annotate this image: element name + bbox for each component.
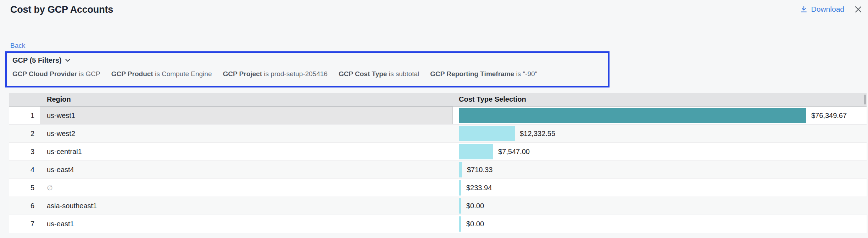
cost-value: $7,547.00 — [498, 148, 530, 156]
download-label: Download — [811, 5, 844, 13]
download-icon — [800, 5, 808, 13]
header-actions: Download — [800, 5, 862, 13]
table-row[interactable]: 2 us-west2 $12,332.55 — [9, 125, 867, 143]
cost-bar-cell: $0.00 — [453, 197, 867, 215]
filter-chip[interactable]: GCP Reporting Timeframe is "-90" — [430, 70, 537, 78]
filter-chip[interactable]: GCP Project is prod-setup-205416 — [223, 70, 327, 78]
table-row[interactable]: 6 asia-southeast1 $0.00 — [9, 197, 867, 215]
row-index: 4 — [9, 161, 40, 178]
cost-value: $12,332.55 — [520, 130, 555, 138]
table-row[interactable]: 4 us-east4 $710.33 — [9, 161, 867, 179]
cost-bar-cell: $7,547.00 — [453, 143, 867, 160]
filter-summary-label: GCP (5 Filters) — [12, 56, 62, 64]
filter-chip[interactable]: GCP Cloud Provider is GCP — [12, 70, 100, 78]
table-row[interactable]: 5 ∅ $233.94 — [9, 179, 867, 197]
row-index: 2 — [9, 125, 40, 142]
filter-chip-field: GCP Reporting Timeframe — [430, 70, 514, 78]
table-row[interactable]: 7 us-east1 $0.00 — [9, 215, 867, 233]
cost-bar[interactable] — [459, 162, 462, 177]
row-index: 5 — [9, 179, 40, 197]
filter-chip-condition: is "-90" — [516, 70, 537, 78]
cost-value: $76,349.67 — [811, 112, 847, 120]
cost-bar-cell: $710.33 — [453, 161, 867, 178]
filter-chip-condition: is prod-setup-205416 — [264, 70, 328, 78]
row-index: 6 — [9, 197, 40, 215]
chevron-down-icon — [65, 58, 71, 62]
close-button[interactable] — [854, 5, 862, 13]
row-index: 7 — [9, 215, 40, 233]
cost-value: $710.33 — [467, 166, 493, 174]
page-title: Cost by GCP Accounts — [10, 4, 113, 15]
cost-bar[interactable] — [459, 126, 515, 141]
cost-column-header[interactable]: Cost Type Selection — [453, 93, 867, 106]
cost-bar-cell: $76,349.67 — [453, 107, 867, 124]
cost-value: $0.00 — [466, 220, 484, 228]
row-index: 1 — [9, 107, 40, 124]
filter-chip-condition: is GCP — [79, 70, 100, 78]
cost-bar-cell: $12,332.55 — [453, 125, 867, 142]
cost-table: Region Cost Type Selection 1 us-west1 $7… — [9, 93, 867, 233]
download-button[interactable]: Download — [800, 5, 844, 13]
region-cell[interactable]: us-east1 — [40, 215, 453, 233]
region-cell[interactable]: us-west2 — [40, 125, 453, 142]
back-link[interactable]: Back — [10, 42, 25, 50]
cost-bar[interactable] — [459, 198, 461, 214]
cost-value: $233.94 — [466, 184, 492, 192]
filter-chip-field: GCP Cost Type — [339, 70, 387, 78]
row-index: 3 — [9, 143, 40, 160]
region-cell[interactable]: asia-southeast1 — [40, 197, 453, 215]
filter-chip-list: GCP Cloud Provider is GCP GCP Product is… — [12, 70, 608, 78]
filter-summary-toggle[interactable]: GCP (5 Filters) — [12, 56, 71, 64]
cost-bar-cell: $0.00 — [453, 215, 867, 233]
filter-chip-field: GCP Cloud Provider — [12, 70, 77, 78]
vertical-scrollbar-thumb[interactable] — [864, 95, 866, 104]
cost-bar[interactable] — [459, 144, 493, 159]
filter-chip[interactable]: GCP Product is Compute Engine — [111, 70, 212, 78]
filter-chip-field: GCP Project — [223, 70, 262, 78]
table-header-row: Region Cost Type Selection — [9, 93, 867, 107]
filter-chip-condition: is subtotal — [389, 70, 419, 78]
table-body: 1 us-west1 $76,349.67 2 us-west2 $12,332… — [9, 107, 867, 233]
filter-chip-condition: is Compute Engine — [155, 70, 212, 78]
cost-bar[interactable] — [459, 180, 461, 196]
cost-value: $0.00 — [466, 202, 484, 210]
table-row[interactable]: 1 us-west1 $76,349.67 — [9, 107, 867, 125]
filter-panel-highlight: GCP (5 Filters) GCP Cloud Provider is GC… — [5, 51, 610, 87]
cost-bar[interactable] — [459, 108, 806, 123]
region-column-header[interactable]: Region — [40, 93, 453, 106]
cost-bar[interactable] — [459, 216, 461, 232]
filter-chip-field: GCP Product — [111, 70, 153, 78]
filter-chip[interactable]: GCP Cost Type is subtotal — [339, 70, 419, 78]
region-cell[interactable]: us-central1 — [40, 143, 453, 160]
region-cell[interactable]: ∅ — [40, 179, 453, 197]
close-icon — [854, 5, 862, 13]
cost-bar-cell: $233.94 — [453, 179, 867, 197]
region-cell[interactable]: us-west1 — [40, 107, 453, 124]
table-row[interactable]: 3 us-central1 $7,547.00 — [9, 143, 867, 161]
region-cell[interactable]: us-east4 — [40, 161, 453, 178]
